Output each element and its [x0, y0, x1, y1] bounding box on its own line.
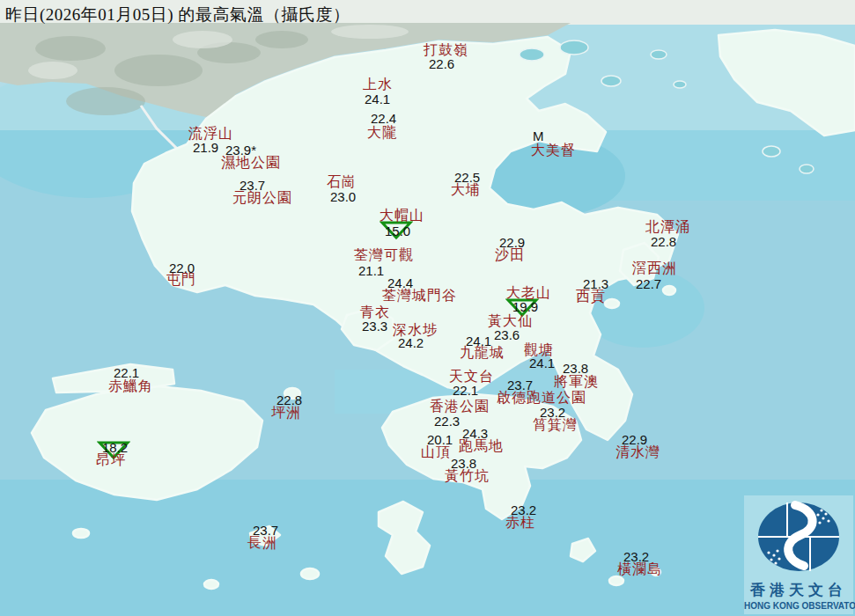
hko-logo-zh-text: 香港天文台: [744, 580, 853, 600]
page-title: 昨日(2026年01月05日) 的最高氣溫（攝氏度）: [5, 4, 350, 26]
station-name: 荃灣可觀: [354, 248, 414, 262]
station-temperature-value: 22.6: [429, 57, 454, 70]
station-name: 筲箕灣: [533, 418, 578, 432]
station-temperature-value: 23.7: [240, 179, 265, 192]
missing-data-flag: M: [533, 129, 544, 143]
station-name: 沙田: [495, 248, 525, 262]
station-temperature-value: 23.2: [540, 406, 565, 419]
station-temperature-value: 23.8: [451, 457, 476, 470]
station-temperature-value: 23.0: [330, 190, 356, 203]
stations-layer: 打鼓嶺22.6上水24.1大隴22.4流浮山21.9濕地公園23.9*元朗公園2…: [0, 0, 855, 616]
station-name: 大老山: [506, 286, 551, 300]
station-temperature-value: 18.2: [102, 441, 128, 454]
station-temperature-value: 22.3: [434, 414, 460, 428]
station-temperature-value: 22.5: [454, 171, 480, 184]
station-name: 濕地公園: [221, 156, 281, 170]
station-temperature-value: 22.7: [636, 277, 661, 290]
station-name: 清水灣: [615, 445, 660, 459]
station-temperature-value: 22.1: [114, 366, 139, 379]
station-temperature-value: 24.1: [529, 356, 555, 370]
station-name: 青衣: [360, 305, 390, 319]
station-temperature-value: 20.1: [427, 433, 453, 446]
station-name: 將軍澳: [554, 375, 599, 389]
station-temperature-value: 21.3: [583, 277, 608, 290]
station-name: 赤柱: [505, 516, 535, 530]
station-name: 石崗: [327, 175, 357, 189]
station-name: 黃大仙: [488, 314, 533, 328]
station-name: 昂坪: [96, 453, 126, 467]
station-name: 長洲: [247, 536, 277, 550]
station-temperature-value: 19.9: [512, 300, 538, 313]
station-name: 天文台: [449, 370, 494, 384]
station-temperature-value: 23.8: [563, 362, 588, 375]
hko-logo-en-text: HONG KONG OBSERVATORY: [744, 601, 853, 611]
station-temperature-value: 22.8: [276, 393, 302, 407]
station-name: 大帽山: [380, 209, 424, 223]
station-name: 西貢: [576, 290, 606, 304]
station-name: 大美督: [531, 143, 576, 158]
weather-map-page: 昨日(2026年01月05日) 的最高氣溫（攝氏度） 打鼓嶺22.6上水24.1…: [0, 0, 855, 616]
station-name: 上水: [363, 77, 393, 92]
hko-logo: 香港天文台 HONG KONG OBSERVATORY: [744, 495, 853, 614]
station-name: 流浮山: [188, 127, 233, 141]
station-name: 大埔: [451, 183, 481, 197]
station-name: 大隴: [367, 126, 397, 140]
station-temperature-value: 22.9: [499, 236, 525, 249]
hko-logo-icon: [753, 499, 844, 575]
station-name: 赤鱲角: [108, 379, 153, 393]
station-temperature-value: 22.9: [622, 433, 647, 446]
station-name: 山頂: [421, 445, 451, 459]
station-temperature-value: 22.0: [169, 261, 195, 275]
station-temperature-value: 23.2: [511, 503, 536, 517]
station-temperature-value: 24.1: [365, 92, 390, 106]
station-name: 跑馬地: [459, 439, 504, 453]
station-temperature-value: 22.1: [453, 384, 478, 397]
station-temperature-value: 15.0: [385, 224, 410, 238]
station-temperature-value: 24.3: [462, 427, 488, 440]
station-temperature-value: 22.8: [651, 235, 676, 248]
station-temperature-value: 22.4: [371, 112, 396, 125]
station-name: 黃竹坑: [445, 469, 490, 483]
station-name: 啟德跑道公園: [497, 391, 586, 405]
station-name: 香港公園: [430, 400, 490, 414]
station-temperature-value: 24.1: [466, 334, 491, 348]
station-name: 荃灣城門谷: [382, 289, 457, 303]
station-name: 坪洲: [271, 406, 301, 420]
station-name: 元朗公園: [232, 191, 292, 205]
station-name: 北潭涌: [645, 220, 690, 234]
station-temperature-value: 23.7: [253, 524, 278, 537]
station-temperature-value: 24.2: [398, 336, 424, 349]
station-temperature-value: 21.1: [358, 264, 384, 277]
station-temperature-value: 23.7: [507, 378, 533, 392]
station-name: 滘西洲: [632, 261, 677, 275]
station-temperature-value: 23.9*: [225, 143, 256, 157]
station-temperature-value: 21.9: [193, 141, 218, 154]
station-temperature-value: 23.3: [362, 319, 387, 333]
station-temperature-value: 23.6: [494, 328, 520, 341]
station-temperature-value: 24.4: [387, 276, 413, 290]
station-name: 橫瀾島: [617, 562, 662, 576]
station-name: 打鼓嶺: [424, 43, 468, 57]
station-temperature-value: 23.2: [623, 550, 649, 563]
